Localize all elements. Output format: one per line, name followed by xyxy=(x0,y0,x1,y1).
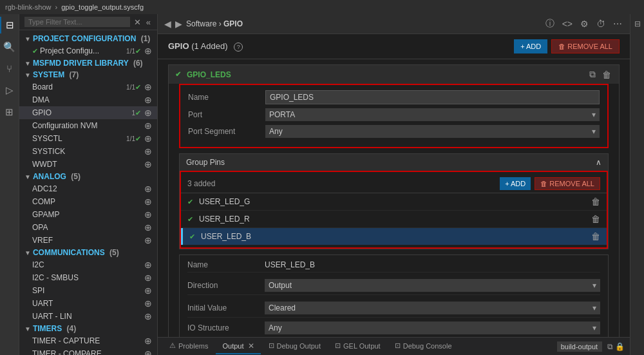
gpio-leds-label: GPIO_LEDS xyxy=(187,70,231,79)
sidebar-item-board[interactable]: Board 1/1 ✔ ⊕ xyxy=(19,81,157,93)
name-input[interactable] xyxy=(265,90,600,104)
item-label: COMP xyxy=(32,197,143,206)
sidebar-item-i2c-smbus[interactable]: I2C - SMBUS ⊕ xyxy=(19,271,157,284)
add-gpio-btn[interactable]: ⊕ xyxy=(144,108,152,118)
add-board-btn[interactable]: ⊕ xyxy=(144,82,152,92)
add-i2c-btn[interactable]: ⊕ xyxy=(144,260,152,270)
tab-debug-output[interactable]: ⊡ Debug Output xyxy=(262,339,328,354)
close-output-tab-btn[interactable]: ✕ xyxy=(248,341,254,350)
add-i2c-smbus-btn[interactable]: ⊕ xyxy=(144,273,152,283)
tab-output[interactable]: Output ✕ xyxy=(216,339,260,354)
add-vref-btn[interactable]: ⊕ xyxy=(144,235,152,245)
delete-gpio-btn[interactable]: 🗑 xyxy=(601,69,612,80)
group-pins-header[interactable]: Group Pins ∧ xyxy=(180,154,608,171)
sidebar-section-system[interactable]: ▼ SYSTEM (7) xyxy=(19,69,157,81)
sidebar-item-wwdt[interactable]: WWDT ⊕ xyxy=(19,158,157,171)
sidebar-item-gpamp[interactable]: GPAMP ⊕ xyxy=(19,208,157,221)
add-sysctl-btn[interactable]: ⊕ xyxy=(144,133,152,144)
sidebar-item-config-nvm[interactable]: Configuration NVM ⊕ xyxy=(19,119,157,132)
sidebar-item-systick[interactable]: SYSTICK ⊕ xyxy=(19,145,157,158)
gear-btn[interactable]: ⚙ xyxy=(579,17,590,31)
sidebar-item-timer-capture[interactable]: TIMER - CAPTURE ⊕ xyxy=(19,334,157,347)
forward-btn[interactable]: ▶ xyxy=(175,19,182,29)
add-opa-btn[interactable]: ⊕ xyxy=(144,222,152,233)
sidebar-item-adc12[interactable]: ADC12 ⊕ xyxy=(19,182,157,195)
sidebar-item-opa[interactable]: OPA ⊕ xyxy=(19,221,157,234)
add-gpamp-btn[interactable]: ⊕ xyxy=(144,209,152,220)
sidebar-item-sysctl[interactable]: SYSCTL 1/1 ✔ ⊕ xyxy=(19,132,157,145)
tab-problems[interactable]: ⚠ Problems xyxy=(163,339,214,354)
right-panel-btn[interactable]: ⊟ xyxy=(633,17,642,31)
delete-pin-user-led-r-btn[interactable]: 🗑 xyxy=(591,214,600,224)
run-icon[interactable]: ▷ xyxy=(0,82,19,99)
io-structure-select[interactable]: Any xyxy=(265,321,600,334)
add-systick-btn[interactable]: ⊕ xyxy=(144,146,152,157)
sidebar-section-timers[interactable]: ▼ TIMERS (4) xyxy=(19,323,157,334)
info-btn[interactable]: ⓘ xyxy=(544,17,556,31)
add-pin-btn[interactable]: + ADD xyxy=(500,177,531,190)
sidebar-item-i2c[interactable]: I2C ⊕ xyxy=(19,258,157,271)
add-uart-lin-btn[interactable]: ⊕ xyxy=(144,311,152,321)
sidebar-item-uart-lin[interactable]: UART - LIN ⊕ xyxy=(19,310,157,323)
sidebar-section-project-configuration[interactable]: ▼ PROJECT CONFIGURATION (1) xyxy=(19,33,157,44)
extensions-icon[interactable]: ⊞ xyxy=(0,104,19,120)
collapse-sidebar-btn[interactable]: « xyxy=(145,17,152,27)
sidebar-section-analog[interactable]: ▼ ANALOG (5) xyxy=(19,171,157,182)
copy-gpio-btn[interactable]: ⧉ xyxy=(588,69,597,80)
sidebar-item-vref[interactable]: VREF ⊕ xyxy=(19,234,157,247)
prop-row-port: Port PORTA xyxy=(188,108,600,121)
add-comp-btn[interactable]: ⊕ xyxy=(144,197,152,207)
filter-input[interactable] xyxy=(24,17,130,27)
pin-item-user-led-b[interactable]: ✔ USER_LED_B 🗑 xyxy=(181,228,607,245)
sidebar-item-timer-compare[interactable]: TIMER - COMPARE ⊕ xyxy=(19,347,157,355)
sidebar-section-communications[interactable]: ▼ COMMUNICATIONS (5) xyxy=(19,247,157,258)
search-icon[interactable]: 🔍 xyxy=(0,39,19,55)
close-filter-btn[interactable]: ✕ xyxy=(133,17,142,27)
sidebar-item-uart[interactable]: UART ⊕ xyxy=(19,297,157,310)
pin-item-user-led-r[interactable]: ✔ USER_LED_R 🗑 xyxy=(181,211,607,228)
add-spi-btn[interactable]: ⊕ xyxy=(144,285,152,296)
sidebar-item-project-config[interactable]: ✔ Project Configu... 1/1 ✔ ⊕ xyxy=(19,44,157,57)
add-timer-capture-btn[interactable]: ⊕ xyxy=(144,336,152,346)
source-control-icon[interactable]: ⑂ xyxy=(0,61,19,77)
explorer-icon[interactable]: ⊟ xyxy=(0,17,19,34)
sidebar-item-comp[interactable]: COMP ⊕ xyxy=(19,195,157,208)
delete-pin-user-led-g-btn[interactable]: 🗑 xyxy=(591,197,600,207)
add-project-config-btn[interactable]: ⊕ xyxy=(144,46,152,56)
gpio-title: GPIO (1 Added) xyxy=(168,41,230,51)
sidebar-item-gpio[interactable]: GPIO 1 ✔ ⊕ xyxy=(19,106,157,119)
gpio-info-icon[interactable]: ? xyxy=(234,43,243,52)
collapse-group-pins-icon: ∧ xyxy=(596,158,601,167)
sidebar-section-msfmd[interactable]: ▼ MSFMD DRIVER LIBRARY (6) xyxy=(19,57,157,69)
pin-item-user-led-g[interactable]: ✔ USER_LED_G 🗑 xyxy=(181,193,607,211)
add-adc12-btn[interactable]: ⊕ xyxy=(144,184,152,194)
add-config-nvm-btn[interactable]: ⊕ xyxy=(144,120,152,131)
sidebar-item-dma[interactable]: DMA ⊕ xyxy=(19,93,157,106)
port-select[interactable]: PORTA xyxy=(265,108,600,121)
initial-value-select[interactable]: Cleared Set xyxy=(265,302,600,314)
build-output-select[interactable]: build-output xyxy=(557,341,602,352)
back-btn[interactable]: ◀ xyxy=(164,19,171,29)
add-wwdt-btn[interactable]: ⊕ xyxy=(144,159,152,169)
gpio-check-icon: ✔ xyxy=(175,70,181,79)
tab-gel-output[interactable]: ⊡ GEL Output xyxy=(328,339,387,354)
delete-pin-user-led-b-btn[interactable]: 🗑 xyxy=(591,231,600,242)
add-dma-btn[interactable]: ⊕ xyxy=(144,95,152,105)
add-gpio-button[interactable]: + ADD xyxy=(514,39,547,53)
remove-all-gpio-button[interactable]: 🗑 REMOVE ALL xyxy=(551,39,620,53)
port-segment-select[interactable]: Any xyxy=(265,125,600,138)
code-btn[interactable]: <> xyxy=(561,17,574,31)
pin-name-user-led-r: ✔ USER_LED_R xyxy=(187,215,591,224)
port-segment-label: Port Segment xyxy=(188,127,265,136)
item-label: Configuration NVM xyxy=(32,121,143,130)
add-timer-compare-btn[interactable]: ⊕ xyxy=(144,349,152,355)
add-uart-btn[interactable]: ⊕ xyxy=(144,298,152,309)
tab-debug-console[interactable]: ⊡ Debug Console xyxy=(388,339,459,354)
direction-select[interactable]: Output Input xyxy=(265,279,600,292)
history-btn[interactable]: ⏱ xyxy=(595,17,607,31)
remove-all-pins-btn[interactable]: 🗑 REMOVE ALL xyxy=(535,177,600,190)
pins-actions: + ADD 🗑 REMOVE ALL xyxy=(500,177,600,190)
more-btn[interactable]: ⋯ xyxy=(612,17,623,31)
item-label: UART - LIN xyxy=(32,312,143,321)
sidebar-item-spi[interactable]: SPI ⊕ xyxy=(19,284,157,297)
